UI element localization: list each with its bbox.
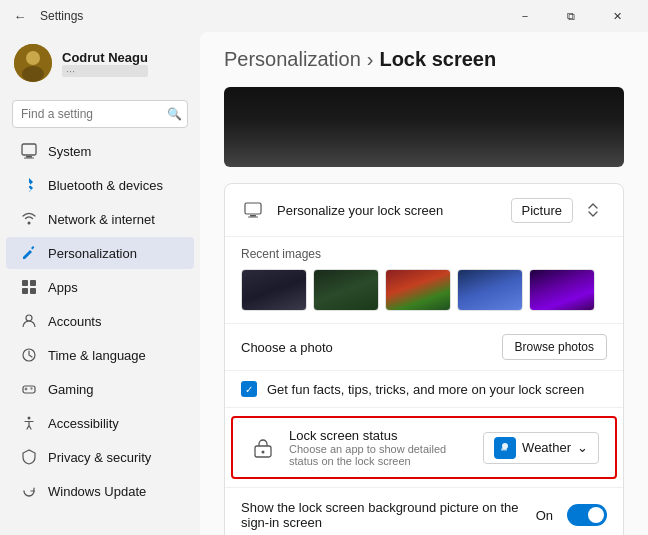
sidebar-item-accessibility[interactable]: Accessibility <box>6 407 194 439</box>
thumb-2[interactable] <box>313 269 379 311</box>
svg-point-18 <box>262 450 265 453</box>
sidebar-label-personalization: Personalization <box>48 246 137 261</box>
user-info: Codrut Neagu ··· <box>62 50 148 77</box>
personalize-card: Personalize your lock screen Picture Rec… <box>224 183 624 535</box>
toggle-knob <box>588 507 604 523</box>
facts-checkbox[interactable]: ✓ <box>241 381 257 397</box>
bluetooth-icon <box>20 176 38 194</box>
sign-in-label: Show the lock screen background picture … <box>241 500 536 530</box>
checkbox-label: Get fun facts, tips, tricks, and more on… <box>267 382 584 397</box>
weather-label: Weather <box>522 440 571 455</box>
svg-rect-5 <box>24 158 34 159</box>
sidebar-label-system: System <box>48 144 91 159</box>
svg-rect-8 <box>22 288 28 294</box>
svg-rect-6 <box>22 280 28 286</box>
back-button[interactable]: ← <box>8 4 32 28</box>
sidebar-item-accounts[interactable]: Accounts <box>6 305 194 337</box>
weather-dropdown[interactable]: Weather ⌄ <box>483 432 599 464</box>
thumb-1[interactable] <box>241 269 307 311</box>
sign-in-row: Show the lock screen background picture … <box>225 487 623 535</box>
svg-point-1 <box>26 51 40 65</box>
thumb-4[interactable] <box>457 269 523 311</box>
personalize-label: Personalize your lock screen <box>277 203 511 218</box>
sidebar: Codrut Neagu ··· 🔍 System Bluetooth & de… <box>0 32 200 535</box>
user-subtitle: ··· <box>62 65 148 77</box>
sidebar-label-apps: Apps <box>48 280 78 295</box>
collapse-button[interactable] <box>579 196 607 224</box>
sidebar-item-apps[interactable]: Apps <box>6 271 194 303</box>
svg-rect-14 <box>245 203 261 214</box>
recent-images-label: Recent images <box>241 247 607 261</box>
sign-in-toggle[interactable] <box>567 504 607 526</box>
sidebar-label-network: Network & internet <box>48 212 155 227</box>
restore-button[interactable]: ⧉ <box>548 0 594 32</box>
user-profile[interactable]: Codrut Neagu ··· <box>0 32 200 94</box>
svg-rect-7 <box>30 280 36 286</box>
sign-in-value: On <box>536 508 553 523</box>
search-input[interactable] <box>12 100 188 128</box>
sign-in-control: On <box>536 504 607 526</box>
weather-chevron: ⌄ <box>577 440 588 455</box>
sidebar-item-personalization[interactable]: Personalization <box>6 237 194 269</box>
svg-rect-3 <box>22 144 36 155</box>
lock-status-text: Lock screen status Choose an app to show… <box>289 428 471 467</box>
sidebar-label-time: Time & language <box>48 348 146 363</box>
svg-rect-9 <box>30 288 36 294</box>
svg-point-2 <box>22 66 44 82</box>
lock-status-container: Lock screen status Choose an app to show… <box>225 408 623 487</box>
expanded-section: Choose a photo Browse photos ✓ Get fun f… <box>225 323 623 535</box>
monitor-icon <box>241 198 265 222</box>
svg-point-10 <box>26 315 32 321</box>
weather-icon <box>494 437 516 459</box>
gaming-icon <box>20 380 38 398</box>
sidebar-item-update[interactable]: Windows Update <box>6 475 194 507</box>
sidebar-item-network[interactable]: Network & internet <box>6 203 194 235</box>
choose-photo-row: Choose a photo Browse photos <box>225 324 623 371</box>
picture-dropdown[interactable]: Picture <box>511 198 573 223</box>
apps-icon <box>20 278 38 296</box>
sidebar-item-bluetooth[interactable]: Bluetooth & devices <box>6 169 194 201</box>
close-button[interactable]: ✕ <box>594 0 640 32</box>
breadcrumb-path: Personalization <box>224 48 361 71</box>
network-icon <box>20 210 38 228</box>
accounts-icon <box>20 312 38 330</box>
user-name: Codrut Neagu <box>62 50 148 65</box>
thumb-3[interactable] <box>385 269 451 311</box>
choose-photo-label: Choose a photo <box>241 340 502 355</box>
main-content: Personalization › Lock screen Personaliz… <box>200 32 648 535</box>
lock-status-icon <box>249 434 277 462</box>
breadcrumb-separator: › <box>367 48 374 71</box>
svg-point-13 <box>28 417 31 420</box>
recent-images-section: Recent images <box>225 237 623 323</box>
settings-window: ← Settings − ⧉ ✕ Codrut Neagu ··· <box>0 0 648 535</box>
images-row <box>241 269 607 311</box>
svg-rect-15 <box>250 215 256 217</box>
sidebar-label-gaming: Gaming <box>48 382 94 397</box>
sidebar-item-time[interactable]: Time & language <box>6 339 194 371</box>
sidebar-item-privacy[interactable]: Privacy & security <box>6 441 194 473</box>
lock-status-title: Lock screen status <box>289 428 471 443</box>
sidebar-label-update: Windows Update <box>48 484 146 499</box>
sidebar-label-privacy: Privacy & security <box>48 450 151 465</box>
time-icon <box>20 346 38 364</box>
privacy-icon <box>20 448 38 466</box>
system-icon <box>20 142 38 160</box>
accessibility-icon <box>20 414 38 432</box>
search-box[interactable]: 🔍 <box>12 100 188 128</box>
update-icon <box>20 482 38 500</box>
sidebar-label-accounts: Accounts <box>48 314 101 329</box>
minimize-button[interactable]: − <box>502 0 548 32</box>
personalization-icon <box>20 244 38 262</box>
personalize-header-row: Personalize your lock screen Picture <box>225 184 623 237</box>
content-area: Codrut Neagu ··· 🔍 System Bluetooth & de… <box>0 32 648 535</box>
svg-rect-4 <box>26 156 32 158</box>
browse-photos-button[interactable]: Browse photos <box>502 334 607 360</box>
sidebar-item-gaming[interactable]: Gaming <box>6 373 194 405</box>
svg-rect-12 <box>23 386 35 393</box>
sidebar-item-system[interactable]: System <box>6 135 194 167</box>
sidebar-label-accessibility: Accessibility <box>48 416 119 431</box>
search-icon: 🔍 <box>167 107 182 121</box>
window-controls: − ⧉ ✕ <box>502 0 640 32</box>
thumb-5[interactable] <box>529 269 595 311</box>
avatar <box>14 44 52 82</box>
